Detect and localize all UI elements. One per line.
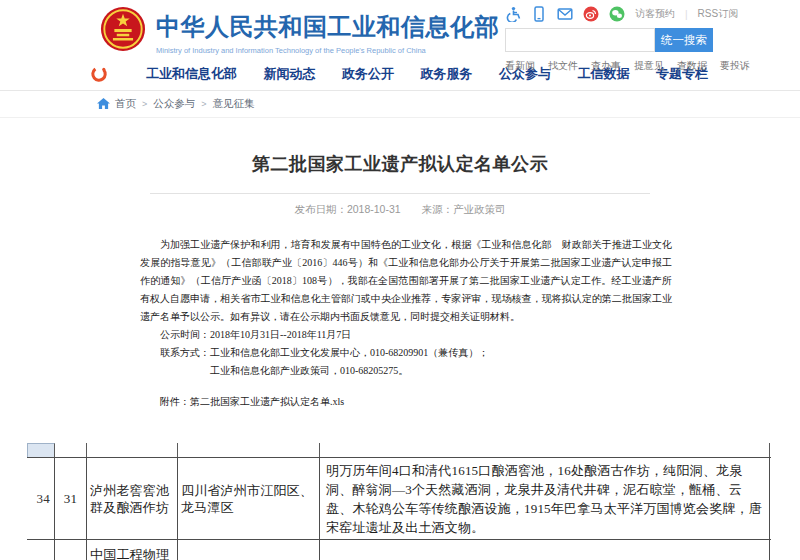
quick-link-data[interactable]: 查数据 bbox=[677, 59, 707, 73]
breadcrumb-opinion-solicitation[interactable]: 意见征集 bbox=[213, 97, 255, 111]
location-cell: 四川省泸州市江阳区、龙马潭区 bbox=[178, 458, 320, 539]
mobile-icon[interactable] bbox=[531, 6, 547, 22]
row-index-header-cell bbox=[27, 443, 55, 457]
weibo-icon[interactable] bbox=[583, 6, 599, 22]
article-source: 来源：产业政策司 bbox=[422, 203, 506, 215]
row-index-cell: 34 bbox=[27, 458, 55, 539]
article-meta: 发布日期：2018-10-31 来源：产业政策司 bbox=[0, 203, 800, 217]
heritage-name-cell: 泸州老窖窖池群及酿酒作坊 bbox=[87, 458, 178, 539]
nav-item-news[interactable]: 新闻动态 bbox=[264, 65, 316, 83]
search-input[interactable] bbox=[505, 28, 655, 52]
quick-links: 看新闻 找文件 查办事 提意见 查数据 要投诉 bbox=[505, 59, 720, 73]
breadcrumb-separator: > bbox=[142, 99, 147, 109]
serial-cell: 31 bbox=[55, 458, 87, 539]
paragraph-main: 为加强工业遗产保护和利用，培育和发展有中国特色的工业文化，根据《工业和信息化部 … bbox=[140, 236, 672, 326]
accessibility-icon[interactable] bbox=[505, 6, 521, 22]
home-swirl-icon[interactable] bbox=[90, 65, 108, 83]
article-body: 为加强工业遗产保护和利用，培育和发展有中国特色的工业文化，根据《工业和信息化部 … bbox=[140, 236, 672, 411]
attachment-link[interactable]: 附件：第二批国家工业遗产拟认定名单.xls bbox=[140, 393, 672, 411]
ministry-title: 中华人民共和国工业和信息化部 bbox=[156, 11, 499, 43]
table-row-partial: 中国工程物理 bbox=[27, 540, 771, 560]
nav-item-gov-disclosure[interactable]: 政务公开 bbox=[342, 65, 394, 83]
table-row: 34 31 泸州老窖窖池群及酿酒作坊 四川省泸州市江阳区、龙马潭区 明万历年间4… bbox=[27, 457, 771, 540]
contact-line-2: 工业和信息化部产业政策司，010-68205275。 bbox=[140, 362, 672, 380]
breadcrumb-home[interactable]: 首页 bbox=[115, 97, 136, 111]
page-title: 第二批国家工业遗产拟认定名单公示 bbox=[0, 152, 800, 176]
quick-link-services[interactable]: 查办事 bbox=[591, 59, 621, 73]
ministry-title-en: Ministry of Industry and Information Tec… bbox=[156, 46, 499, 55]
title-divider bbox=[150, 193, 650, 194]
site-header: 中华人民共和国工业和信息化部 Ministry of Industry and … bbox=[0, 0, 800, 58]
heritage-name-cell: 中国工程物理 bbox=[87, 540, 178, 560]
house-icon bbox=[97, 98, 110, 110]
search-button[interactable]: 统一搜索 bbox=[655, 28, 713, 52]
national-emblem-logo bbox=[100, 6, 146, 52]
table-row-stub bbox=[27, 443, 771, 457]
mail-icon[interactable] bbox=[557, 6, 573, 22]
visitor-reservation-link[interactable]: 访客预约 bbox=[635, 7, 675, 21]
quick-link-complaints[interactable]: 要投诉 bbox=[720, 59, 750, 73]
utility-bar: 访客预约 | RSS订阅 bbox=[505, 5, 720, 23]
breadcrumb: 首页 > 公众参与 > 意见征集 bbox=[0, 91, 800, 118]
wechat-icon[interactable] bbox=[609, 6, 625, 22]
quick-link-files[interactable]: 找文件 bbox=[548, 59, 578, 73]
contact-line-1: 联系方式：工业和信息化部工业文化发展中心，010-68209901（兼传真）； bbox=[140, 344, 672, 362]
heritage-list-table: 34 31 泸州老窖窖池群及酿酒作坊 四川省泸州市江阳区、龙马潭区 明万历年间4… bbox=[27, 443, 771, 560]
description-cell: 明万历年间4口和清代1615口酿酒窖池，16处酿酒古作坊，纯阳洞、龙泉洞、醉翁洞… bbox=[320, 458, 770, 539]
breadcrumb-separator: > bbox=[201, 99, 206, 109]
nav-item-gov-services[interactable]: 政务服务 bbox=[421, 65, 473, 83]
publicity-period-line: 公示时间：2018年10月31日--2018年11月7日 bbox=[140, 326, 672, 344]
nav-item-miit[interactable]: 工业和信息化部 bbox=[146, 65, 237, 83]
quick-link-suggestions[interactable]: 提意见 bbox=[634, 59, 664, 73]
quick-link-news[interactable]: 看新闻 bbox=[505, 59, 535, 73]
publish-date: 发布日期：2018-10-31 bbox=[294, 203, 400, 215]
divider: | bbox=[685, 9, 688, 20]
rss-link[interactable]: RSS订阅 bbox=[698, 7, 739, 21]
breadcrumb-public-participation[interactable]: 公众参与 bbox=[153, 97, 195, 111]
